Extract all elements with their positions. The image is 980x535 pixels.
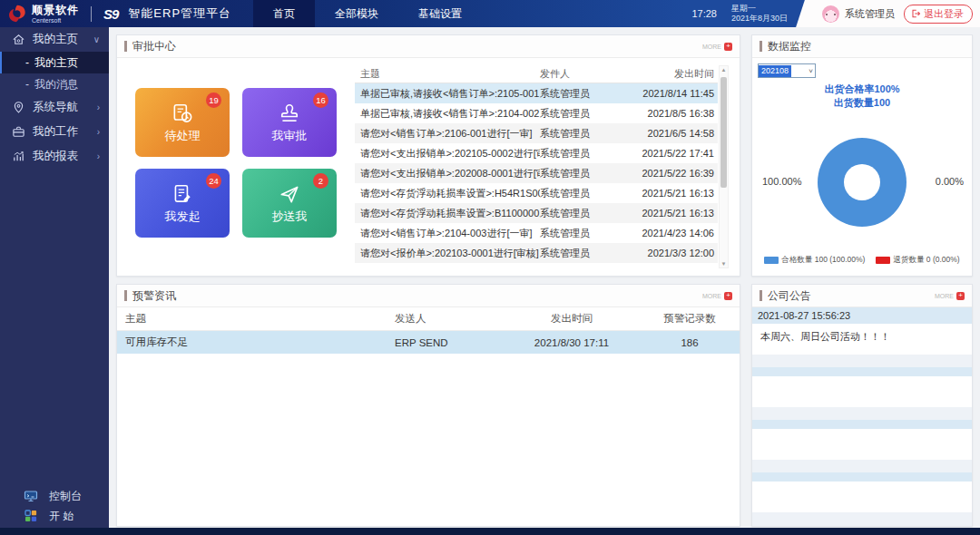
- document-edit-icon: [171, 182, 194, 206]
- start-button[interactable]: 开 始: [0, 506, 109, 526]
- select-chevron-icon: ˅: [808, 67, 815, 75]
- notice-panel-header: 公司公告 MORE +: [752, 285, 972, 307]
- console-icon: [24, 489, 38, 503]
- legend-pass: 合格数量 100 (100.00%): [764, 255, 865, 266]
- logout-icon: [910, 8, 921, 19]
- row-time: 2021/5/21 16:13: [623, 188, 718, 199]
- approval-panel-title: 审批中心: [132, 39, 176, 54]
- table-row[interactable]: 请您对<报价单>:202103-0001进行[审核] 系统管理员 2021/3/…: [355, 243, 718, 263]
- sidebar-subitem-my-home[interactable]: - 我的主页: [0, 52, 109, 73]
- sidebar-item-my-work[interactable]: 我的工作 ›: [0, 120, 109, 144]
- notice-more-button[interactable]: MORE +: [935, 292, 965, 300]
- tile-pending[interactable]: 19 待处理: [135, 88, 230, 157]
- table-row[interactable]: 请您对<销售订单>:2104-003进行[一审] 系统管理员 2021/4/23…: [355, 223, 718, 243]
- approval-tiles: 19 待处理 16 我审批: [135, 88, 337, 238]
- tile-label: 抄送我: [272, 209, 308, 225]
- stat-pass-rate: 出货合格率100%: [752, 83, 972, 96]
- table-row[interactable]: 请您对<支出报销单>:202105-0002进行[审核] 系统管理员 2021/…: [355, 143, 718, 163]
- table-row[interactable]: 单据已审核,请接收<销售订单>:2105-001 系统管理员 2021/8/14…: [355, 83, 718, 103]
- start-label: 开 始: [49, 509, 74, 524]
- table-row[interactable]: 请您对<存货浮动耗损率设置>:B11000001进行[审核] 系统管理员 202…: [355, 203, 718, 223]
- tile-my-approvals[interactable]: 16 我审批: [242, 88, 337, 157]
- sidebar-item-my-reports[interactable]: 我的报表 ›: [0, 144, 109, 169]
- bullet: -: [25, 56, 29, 69]
- paper-plane-icon: [278, 182, 301, 206]
- sidebar-item-system-nav[interactable]: 系统导航 ›: [0, 95, 109, 120]
- sidebar-item-label: 我的工作: [33, 124, 78, 140]
- date: 2021年8月30日: [731, 14, 788, 24]
- row-subject: 可用库存不足: [117, 336, 395, 349]
- notice-item-empty: [752, 376, 972, 407]
- tile-cc-to-me[interactable]: 2 抄送我: [242, 169, 337, 238]
- approval-table-header: 主题 发件人 发出时间: [355, 65, 718, 83]
- table-row[interactable]: 请您对<存货浮动耗损率设置>:H54R1S006002进行[审核] 系统管理员 …: [355, 183, 718, 203]
- col-sender: 发送人: [395, 312, 504, 326]
- avatar[interactable]: [822, 5, 839, 23]
- stat-ship-qty: 出货数量100: [752, 96, 972, 110]
- row-subject: 请您对<存货浮动耗损率设置>:H54R1S006002进行[审核]: [355, 187, 540, 200]
- bottom-taskbar-strip: [0, 528, 980, 535]
- row-time: 2021/5/22 17:41: [623, 148, 718, 159]
- row-time: 2021/8/14 11:45: [623, 88, 718, 99]
- sidebar-subitem-my-messages[interactable]: - 我的消息: [0, 73, 109, 95]
- monitor-stats: 出货合格率100% 出货数量100: [752, 83, 972, 110]
- scroll-down-icon[interactable]: ▼: [720, 261, 728, 267]
- notice-item-empty: [752, 429, 972, 460]
- notice-date-empty: [752, 472, 972, 482]
- message-list-scrollbar[interactable]: ▲ ▼: [719, 65, 729, 268]
- row-time: 2021/6/5 14:58: [623, 128, 718, 139]
- pie-label-pass: 100.00%: [762, 176, 801, 187]
- tab-home[interactable]: 首页: [253, 0, 315, 27]
- table-row[interactable]: 请您对<销售订单>:2106-001进行[一审] 系统管理员 2021/6/5 …: [355, 123, 718, 143]
- col-subject: 主题: [117, 312, 395, 326]
- notice-item-empty: [752, 482, 972, 512]
- more-icon: +: [956, 292, 965, 300]
- console-button[interactable]: 控制台: [0, 486, 109, 506]
- approval-center-panel: 审批中心 MORE + 19 待处理: [116, 34, 740, 277]
- row-subject: 请您对<销售订单>:2104-003进行[一审]: [355, 227, 540, 240]
- tile-label: 我发起: [165, 209, 201, 225]
- table-row[interactable]: 请您对<支出报销单>:202008-0001进行[审核] 系统管理员 2021/…: [355, 163, 718, 183]
- row-count: 186: [640, 337, 740, 348]
- col-count: 预警记录数: [640, 312, 740, 326]
- col-subject: 主题: [355, 67, 540, 81]
- stamp-icon: [278, 102, 301, 125]
- alerts-table: 主题 发送人 发出时间 预警记录数 可用库存不足 ERP SEND 2021/8…: [117, 307, 740, 354]
- donut-chart: [818, 138, 906, 227]
- sidebar-item-my-home[interactable]: 我的主页 ∨: [0, 27, 109, 52]
- sidebar-subitem-label: 我的主页: [34, 55, 78, 71]
- alerts-panel-header: 预警资讯 MORE +: [117, 285, 740, 307]
- date-display: 星期一 2021年8月30日: [731, 4, 788, 24]
- row-subject: 请您对<支出报销单>:202105-0002进行[审核]: [355, 147, 540, 160]
- tile-initiated-by-me[interactable]: 24 我发起: [135, 169, 230, 238]
- table-row[interactable]: 可用库存不足 ERP SEND 2021/8/30 17:11 186: [117, 331, 740, 354]
- logout-button[interactable]: 退出登录: [904, 5, 973, 24]
- scrollbar-thumb[interactable]: [720, 77, 727, 188]
- weekday: 星期一: [731, 4, 788, 14]
- sidebar: 我的主页 ∨ - 我的主页 - 我的消息 系统导航 › 我的工作 ›: [0, 27, 109, 528]
- initiated-count-badge: 24: [206, 173, 221, 189]
- tab-basic-settings[interactable]: 基础设置: [398, 0, 482, 27]
- product-logo: S9: [103, 6, 118, 22]
- notice-item[interactable]: 本周六、周日公司活动！！！: [752, 324, 972, 355]
- user-area: 系统管理员 退出登录: [809, 0, 980, 27]
- row-subject: 单据已审核,请接收<销售订单>:2105-001: [355, 87, 540, 101]
- period-select[interactable]: 202108 ˅: [758, 63, 816, 78]
- row-sender: 系统管理员: [540, 107, 623, 121]
- row-time: 2021/5/21 16:13: [623, 208, 718, 219]
- row-sender: 系统管理员: [540, 187, 623, 200]
- row-subject: 请您对<支出报销单>:202008-0001进行[审核]: [355, 167, 540, 180]
- table-row[interactable]: 单据已审核,请接收<销售订单>:2104-002 系统管理员 2021/8/5 …: [355, 103, 718, 123]
- alerts-more-button[interactable]: MORE +: [702, 292, 732, 300]
- alerts-panel: 预警资讯 MORE + 主题 发送人 发出时间 预警记录数 可用库存不足 ERP…: [116, 284, 740, 527]
- tile-label: 待处理: [165, 128, 201, 144]
- scroll-up-icon[interactable]: ▲: [720, 67, 728, 73]
- logout-label: 退出登录: [924, 7, 964, 21]
- start-grid-icon: [24, 509, 38, 523]
- chevron-right-icon: ›: [97, 127, 100, 137]
- legend-swatch-blue: [764, 257, 779, 264]
- alerts-table-header: 主题 发送人 发出时间 预警记录数: [117, 307, 740, 331]
- chart-legend: 合格数量 100 (100.00%) 退货数量 0 (0.00%): [752, 255, 972, 266]
- approval-more-button[interactable]: MORE +: [702, 43, 732, 51]
- tab-all-modules[interactable]: 全部模块: [315, 0, 398, 27]
